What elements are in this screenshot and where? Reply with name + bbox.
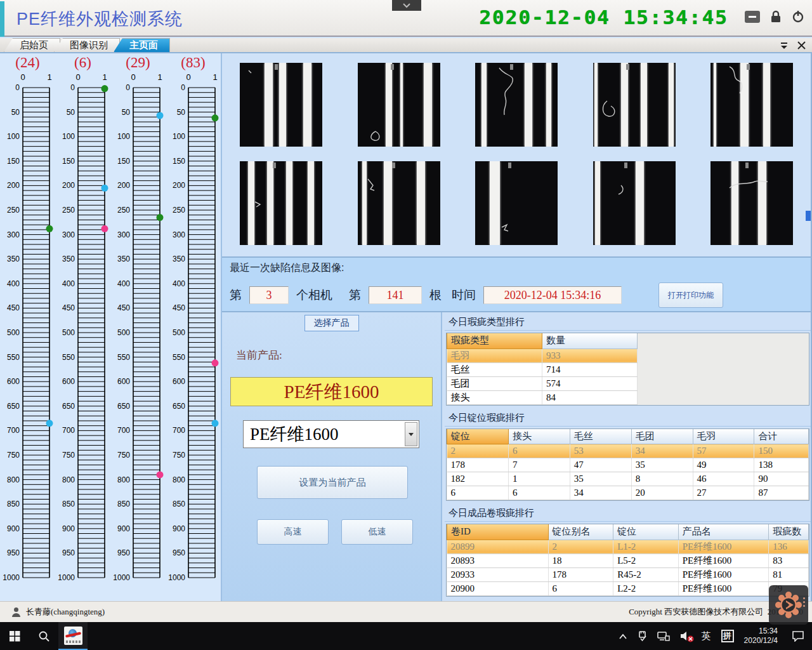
svg-text:550: 550 bbox=[173, 353, 185, 362]
gauge-count: (83) bbox=[166, 55, 221, 71]
search-icon bbox=[38, 630, 50, 642]
app-logo-icon bbox=[64, 627, 82, 645]
power-icon[interactable] bbox=[792, 10, 804, 23]
column-header[interactable]: 锭位 bbox=[613, 524, 679, 540]
svg-text:350: 350 bbox=[117, 255, 130, 263]
svg-text:950: 950 bbox=[117, 548, 130, 557]
ime-mode-indicator[interactable]: 拼 bbox=[721, 630, 734, 642]
column-header[interactable]: 锭位别名 bbox=[548, 524, 613, 540]
dropdown-arrow-button[interactable] bbox=[405, 422, 417, 446]
table-row[interactable]: 18213584690 bbox=[447, 472, 809, 486]
ime-language-indicator[interactable]: 英 bbox=[702, 630, 711, 642]
tab-main-page[interactable]: 主页面 bbox=[114, 38, 170, 52]
column-header[interactable]: 卷ID bbox=[447, 524, 549, 540]
camera-image[interactable] bbox=[710, 63, 793, 147]
svg-text:1000: 1000 bbox=[168, 573, 185, 582]
camera-image[interactable] bbox=[240, 63, 322, 147]
camera-image[interactable] bbox=[475, 63, 558, 147]
column-header[interactable]: 瑕疵数 bbox=[769, 524, 809, 540]
camera-image[interactable] bbox=[593, 63, 676, 147]
table-row[interactable]: 毛团574 bbox=[447, 376, 638, 390]
table-row[interactable]: 毛羽933 bbox=[447, 348, 638, 362]
column-header[interactable]: 毛羽 bbox=[693, 429, 754, 444]
set-current-product-button[interactable]: 设置为当前产品 bbox=[257, 466, 408, 499]
gauge-scale: 0105010015020025030035040045050055060065… bbox=[110, 71, 166, 587]
table-row[interactable]: 毛丝714 bbox=[447, 362, 638, 376]
search-button[interactable] bbox=[29, 622, 58, 650]
camera-image[interactable] bbox=[593, 161, 676, 245]
table-row[interactable]: 接头84 bbox=[447, 390, 638, 404]
screen-recorder-widget[interactable] bbox=[769, 585, 808, 625]
svg-text:400: 400 bbox=[62, 279, 75, 288]
column-header[interactable]: 毛丝 bbox=[570, 429, 631, 444]
svg-text:900: 900 bbox=[62, 524, 75, 533]
defect-info-panel: 最近一次缺陷信息及图像: 第 3 个相机 第 141 根 时间 2020-12-… bbox=[222, 258, 811, 312]
table-row[interactable]: 26533457150 bbox=[447, 444, 809, 458]
product-dropdown-value: PE纤维1600 bbox=[244, 421, 419, 448]
column-header[interactable]: 产品名 bbox=[678, 524, 769, 540]
taskbar-app-detection-system[interactable] bbox=[58, 622, 88, 650]
overlay-chevron-tab[interactable] bbox=[392, 0, 421, 11]
needle-number-field[interactable]: 141 bbox=[369, 286, 422, 304]
gauge-columns-row: 0105010015020025030035040045050055060065… bbox=[0, 71, 221, 587]
svg-text:500: 500 bbox=[62, 328, 75, 337]
gauge-scale: 0105010015020025030035040045050055060065… bbox=[0, 71, 55, 587]
tab-start-page[interactable]: 启始页 bbox=[4, 38, 60, 52]
camera-number-field[interactable]: 3 bbox=[249, 286, 289, 304]
table-row[interactable]: 20933178R45-2PE纤维160081 bbox=[447, 567, 809, 581]
svg-text:850: 850 bbox=[62, 500, 75, 508]
svg-text:750: 750 bbox=[173, 451, 185, 460]
tab-image-recognition[interactable]: 图像识别 bbox=[54, 38, 120, 52]
column-header[interactable]: 瑕疵类型 bbox=[447, 333, 542, 348]
low-speed-button[interactable]: 低速 bbox=[341, 519, 413, 545]
camera-image[interactable] bbox=[475, 161, 558, 245]
camera-image[interactable] bbox=[240, 161, 322, 245]
camera-image[interactable] bbox=[358, 63, 440, 147]
camera-image[interactable] bbox=[358, 161, 440, 245]
table-row[interactable]: 209006L2-2PE纤维160079 bbox=[447, 581, 809, 595]
recorder-gear-icon bbox=[775, 591, 802, 619]
open-print-button[interactable]: 打开打印功能 bbox=[658, 282, 723, 308]
usb-icon[interactable] bbox=[638, 630, 647, 642]
tab-list-icon[interactable] bbox=[780, 42, 789, 50]
close-icon[interactable] bbox=[797, 41, 806, 50]
product-dropdown[interactable]: PE纤维1600 bbox=[243, 420, 419, 448]
svg-text:800: 800 bbox=[173, 475, 185, 484]
table-row[interactable]: 208992L1-2PE纤维1600136 bbox=[447, 540, 809, 554]
svg-text:500: 500 bbox=[117, 328, 130, 337]
table-row[interactable]: 6634202787 bbox=[447, 486, 809, 500]
camera-image[interactable] bbox=[710, 161, 793, 245]
column-header[interactable]: 锭位 bbox=[447, 429, 509, 444]
accent-strip bbox=[0, 1, 4, 37]
minimize-button[interactable] bbox=[745, 11, 760, 23]
network-display-icon[interactable] bbox=[657, 631, 670, 641]
column-header[interactable]: 毛团 bbox=[631, 429, 693, 444]
defect-time-field[interactable]: 2020-12-04 15:34:16 bbox=[483, 286, 622, 304]
table-row[interactable]: 1787473549138 bbox=[447, 458, 809, 472]
column-header[interactable]: 合计 bbox=[754, 429, 809, 444]
column-header[interactable]: 数量 bbox=[542, 333, 638, 348]
lock-icon[interactable] bbox=[770, 10, 782, 23]
svg-text:250: 250 bbox=[117, 206, 130, 215]
svg-text:700: 700 bbox=[62, 426, 75, 435]
start-button[interactable] bbox=[0, 622, 29, 650]
svg-text:0: 0 bbox=[20, 72, 25, 82]
table-row[interactable]: 2089318L5-2PE纤维160083 bbox=[447, 554, 809, 567]
column-header[interactable]: 接头 bbox=[508, 429, 570, 444]
svg-text:100: 100 bbox=[117, 132, 130, 141]
svg-text:700: 700 bbox=[117, 426, 130, 435]
volume-muted-icon[interactable] bbox=[680, 631, 691, 641]
taskbar-clock[interactable]: 15:34 2020/12/4 bbox=[744, 627, 778, 646]
svg-text:1: 1 bbox=[157, 72, 162, 82]
notification-icon[interactable] bbox=[792, 630, 804, 642]
status-bar: 长青藤(changqingteng) Copyright 西安获德图像技术有限公… bbox=[0, 601, 812, 622]
gauge-scale: 0105010015020025030035040045050055060065… bbox=[55, 71, 110, 587]
gauge-dot bbox=[46, 225, 53, 232]
tray-expand-icon[interactable] bbox=[619, 633, 627, 639]
svg-text:400: 400 bbox=[7, 279, 20, 288]
svg-text:450: 450 bbox=[173, 303, 185, 312]
high-speed-button[interactable]: 高速 bbox=[257, 519, 329, 545]
svg-text:800: 800 bbox=[62, 475, 75, 484]
gauge-counts-row: (24)(6)(29)(83) bbox=[0, 55, 221, 71]
svg-text:0: 0 bbox=[181, 83, 185, 92]
